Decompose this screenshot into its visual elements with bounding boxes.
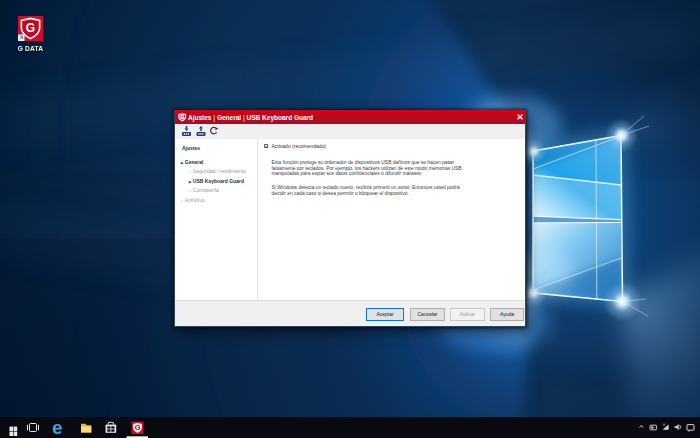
svg-text:e: e bbox=[52, 417, 63, 438]
svg-text:G: G bbox=[135, 423, 141, 432]
svg-text:G: G bbox=[26, 21, 35, 35]
svg-text:G: G bbox=[180, 114, 184, 120]
